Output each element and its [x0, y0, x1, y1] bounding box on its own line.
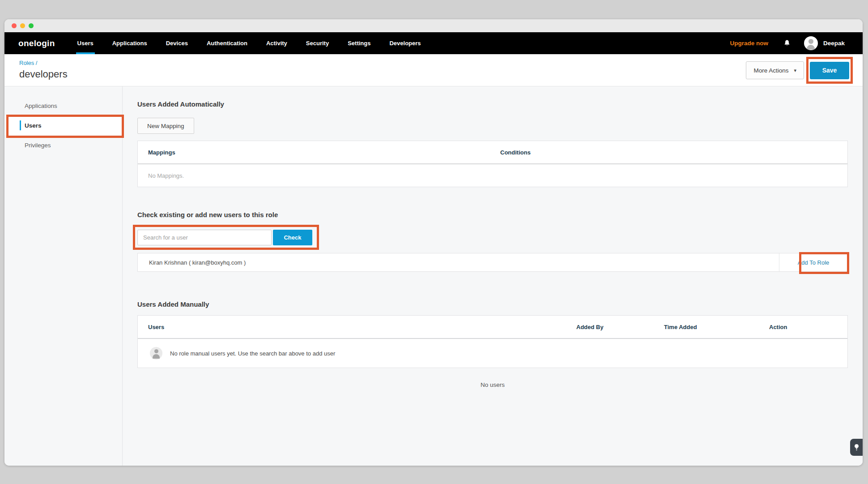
mappings-table-header: Mappings Conditions — [138, 141, 847, 164]
minimize-window-button[interactable] — [20, 23, 25, 28]
active-indicator-bar — [20, 120, 21, 130]
main-panel: Users Added Automatically New Mapping Ma… — [123, 86, 863, 466]
content-area: Applications Users Privileges Users Adde… — [4, 86, 863, 466]
no-users-text: No users — [137, 381, 848, 388]
sidebar-item-applications[interactable]: Applications — [4, 96, 122, 116]
add-to-role-link[interactable]: Add To Role — [798, 259, 830, 266]
onelogin-logo[interactable]: onelogin — [18, 32, 55, 54]
top-navbar: onelogin Users Applications Devices Auth… — [4, 32, 863, 54]
chevron-down-icon: ▾ — [794, 68, 796, 73]
section-heading-check-existing: Check existing or add new users to this … — [137, 210, 848, 219]
more-actions-button[interactable]: More Actions ▾ — [746, 61, 804, 79]
result-user-name: Kiran Krishnan ( kiran@boxyhq.com ) — [138, 253, 779, 271]
column-header-action: Action — [769, 324, 787, 330]
save-button[interactable]: Save — [810, 62, 849, 79]
nav-item-activity[interactable]: Activity — [266, 32, 287, 54]
page-title: developers — [19, 69, 68, 80]
column-header-added-by: Added By — [576, 324, 664, 330]
nav-item-devices[interactable]: Devices — [166, 32, 188, 54]
close-window-button[interactable] — [12, 23, 17, 28]
window-controls — [12, 23, 34, 28]
column-header-conditions: Conditions — [500, 149, 531, 156]
manual-users-table-header: Users Added By Time Added Action — [138, 316, 847, 339]
mappings-table: Mappings Conditions No Mappings. — [137, 141, 848, 187]
result-action-cell: Add To Role — [779, 253, 847, 271]
section-heading-users-added-manually: Users Added Manually — [137, 300, 848, 309]
search-user-input[interactable] — [137, 230, 272, 245]
nav-item-security[interactable]: Security — [306, 32, 329, 54]
maximize-window-button[interactable] — [29, 23, 34, 28]
annotation-box-users — [6, 115, 124, 138]
notifications-bell-icon[interactable] — [783, 39, 791, 47]
username-menu[interactable]: Deepak — [823, 40, 845, 47]
page-header: Roles / developers More Actions ▾ Save — [4, 54, 863, 86]
nav-item-authentication[interactable]: Authentication — [207, 32, 247, 54]
nav-item-developers[interactable]: Developers — [389, 32, 421, 54]
browser-window: onelogin Users Applications Devices Auth… — [4, 19, 863, 466]
sidebar: Applications Users Privileges — [4, 86, 123, 466]
nav-item-users[interactable]: Users — [77, 32, 94, 54]
lightbulb-icon — [853, 443, 860, 452]
header-actions: More Actions ▾ Save — [746, 54, 849, 86]
nav-item-applications[interactable]: Applications — [112, 32, 147, 54]
search-result-row: Kiran Krishnan ( kiran@boxyhq.com ) Add … — [137, 253, 848, 272]
navbar-right: Upgrade now Deepak — [730, 32, 845, 54]
column-header-mappings: Mappings — [138, 149, 500, 156]
window-titlebar — [4, 19, 863, 32]
column-header-time-added: Time Added — [664, 324, 769, 330]
user-search-bar: Check — [137, 230, 312, 245]
nav-item-settings[interactable]: Settings — [348, 32, 370, 54]
check-button[interactable]: Check — [273, 230, 312, 245]
breadcrumb-roles-link[interactable]: Roles / — [19, 60, 37, 66]
manual-empty-text: No role manual users yet. Use the search… — [170, 350, 335, 357]
new-mapping-button[interactable]: New Mapping — [137, 118, 194, 134]
sidebar-item-users[interactable]: Users — [4, 116, 122, 135]
column-header-users: Users — [138, 324, 576, 330]
mappings-empty-row: No Mappings. — [138, 164, 847, 187]
screen: { "navbar": { "logo": "onelogin", "items… — [0, 0, 868, 484]
user-avatar-icon — [150, 347, 162, 360]
user-avatar-icon[interactable] — [804, 36, 818, 50]
section-heading-users-added-automatically: Users Added Automatically — [137, 100, 848, 109]
upgrade-now-link[interactable]: Upgrade now — [730, 40, 768, 47]
manual-users-empty-row: No role manual users yet. Use the search… — [138, 339, 847, 368]
sidebar-item-privileges[interactable]: Privileges — [4, 135, 122, 155]
help-lightbulb-button[interactable] — [850, 439, 863, 456]
manual-users-table: Users Added By Time Added Action No role… — [137, 315, 848, 368]
nav-menu: Users Applications Devices Authenticatio… — [77, 32, 421, 54]
